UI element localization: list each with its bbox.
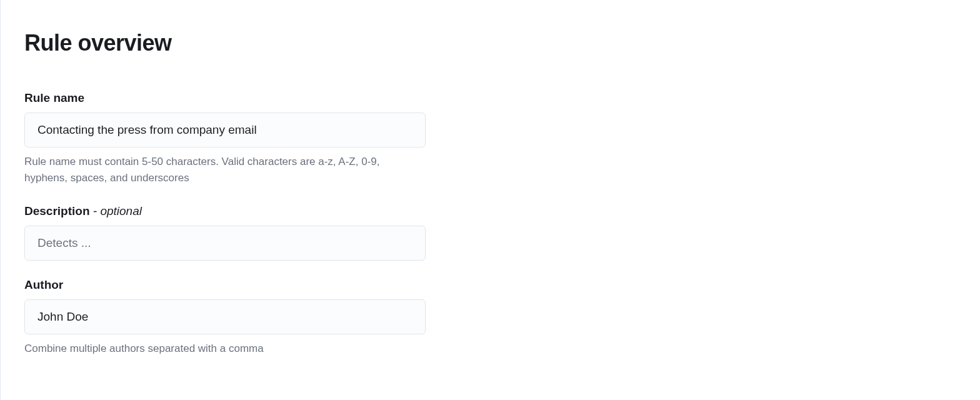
rule-name-input[interactable] bbox=[24, 112, 426, 148]
author-help: Combine multiple authors separated with … bbox=[24, 341, 426, 357]
description-label: Description - optional bbox=[24, 204, 426, 218]
author-label: Author bbox=[24, 278, 426, 292]
rule-name-help: Rule name must contain 5-50 characters. … bbox=[24, 154, 426, 187]
form-container: Rule overview Rule name Rule name must c… bbox=[0, 0, 980, 400]
rule-name-group: Rule name Rule name must contain 5-50 ch… bbox=[24, 91, 426, 187]
description-label-text: Description bbox=[24, 204, 90, 218]
author-input[interactable] bbox=[24, 299, 426, 334]
description-input[interactable] bbox=[24, 226, 426, 261]
page-title: Rule overview bbox=[24, 30, 980, 56]
description-label-suffix: - optional bbox=[90, 204, 142, 218]
author-group: Author Combine multiple authors separate… bbox=[24, 278, 426, 357]
rule-name-label: Rule name bbox=[24, 91, 426, 105]
description-group: Description - optional bbox=[24, 204, 426, 261]
